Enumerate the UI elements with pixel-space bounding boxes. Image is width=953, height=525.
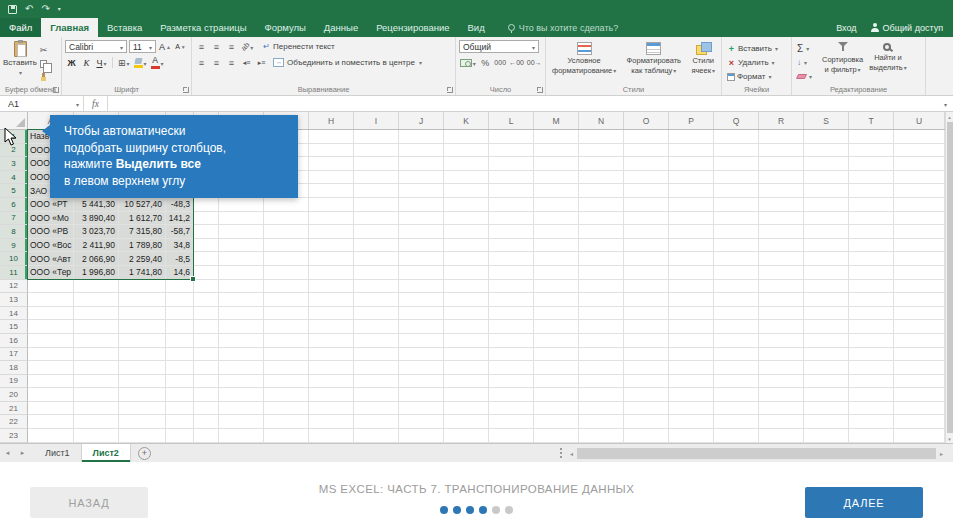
cell-N11[interactable] [579,266,624,280]
cell-E23[interactable] [194,429,219,443]
cell-I10[interactable] [354,252,399,266]
cell-O2[interactable] [624,144,669,158]
cell-P7[interactable] [669,212,714,226]
cell-O12[interactable] [624,280,669,294]
share-button[interactable]: Общий доступ [871,18,953,37]
cell-N19[interactable] [579,375,624,389]
cell-D19[interactable] [166,375,194,389]
cell-M18[interactable] [534,361,579,375]
cell-Q15[interactable] [714,320,759,334]
sheet-nav-left-icon[interactable]: ◂ [0,444,15,462]
cell-D22[interactable] [166,415,194,429]
cell-L2[interactable] [489,144,534,158]
cell-I3[interactable] [354,157,399,171]
column-header-S[interactable]: S [804,112,849,129]
cell-G18[interactable] [264,361,309,375]
cell-K1[interactable] [444,130,489,144]
cell-R10[interactable] [759,252,804,266]
cell-H1[interactable] [309,130,354,144]
cell-S3[interactable] [804,157,849,171]
sort-filter-button[interactable]: Сортировка и фильтр [819,39,866,83]
cell-U2[interactable] [894,144,945,158]
cell-N2[interactable] [579,144,624,158]
cell-P10[interactable] [669,252,714,266]
cell-R4[interactable] [759,171,804,185]
cell-H20[interactable] [309,388,354,402]
row-header-21[interactable]: 21 [0,402,28,416]
cell-P11[interactable] [669,266,714,280]
cell-M11[interactable] [534,266,579,280]
cell-L12[interactable] [489,280,534,294]
cell-B16[interactable] [74,334,119,348]
cell-K10[interactable] [444,252,489,266]
cell-D13[interactable] [166,293,194,307]
cell-A12[interactable] [28,280,74,294]
cell-F9[interactable] [219,239,264,253]
cell-I21[interactable] [354,402,399,416]
cell-K16[interactable] [444,334,489,348]
cell-P16[interactable] [669,334,714,348]
cell-H18[interactable] [309,361,354,375]
cell-J10[interactable] [399,252,444,266]
scroll-up-icon[interactable]: ▴ [948,112,951,121]
cell-C22[interactable] [119,415,166,429]
wrap-text-button[interactable]: ↵ Перенести текст [260,42,337,51]
cell-N18[interactable] [579,361,624,375]
cell-F18[interactable] [219,361,264,375]
cell-G20[interactable] [264,388,309,402]
cell-J21[interactable] [399,402,444,416]
cell-O11[interactable] [624,266,669,280]
cell-C8[interactable]: 7 315,80 [119,225,166,239]
cell-J2[interactable] [399,144,444,158]
cell-M17[interactable] [534,348,579,362]
cell-G15[interactable] [264,320,309,334]
cell-N8[interactable] [579,225,624,239]
cell-A6[interactable]: ООО «РТ [28,198,74,212]
cell-E20[interactable] [194,388,219,402]
cell-G14[interactable] [264,307,309,321]
cell-R12[interactable] [759,280,804,294]
cell-R23[interactable] [759,429,804,443]
cell-K9[interactable] [444,239,489,253]
cell-S16[interactable] [804,334,849,348]
cell-R3[interactable] [759,157,804,171]
cell-U7[interactable] [894,212,945,226]
save-icon[interactable] [8,5,17,14]
cell-P22[interactable] [669,415,714,429]
cell-O19[interactable] [624,375,669,389]
number-dialog-launcher-icon[interactable] [537,87,543,93]
h-scroll-track[interactable] [575,448,938,459]
cell-N4[interactable] [579,171,624,185]
cell-J19[interactable] [399,375,444,389]
cell-O10[interactable] [624,252,669,266]
cell-P9[interactable] [669,239,714,253]
row-header-5[interactable]: 5 [0,184,28,198]
cell-D18[interactable] [166,361,194,375]
underline-button[interactable]: Ч [95,56,108,69]
cell-T1[interactable] [849,130,894,144]
column-header-P[interactable]: P [669,112,714,129]
clear-button[interactable] [795,70,819,83]
cell-styles-button[interactable]: Стили ячеек [688,39,718,76]
clipboard-dialog-launcher-icon[interactable] [53,87,59,93]
cell-T4[interactable] [849,171,894,185]
cell-I6[interactable] [354,198,399,212]
cell-A18[interactable] [28,361,74,375]
cell-U1[interactable] [894,130,945,144]
cell-H9[interactable] [309,239,354,253]
cell-P21[interactable] [669,402,714,416]
cell-L22[interactable] [489,415,534,429]
cell-K14[interactable] [444,307,489,321]
cell-B7[interactable]: 3 890,40 [74,212,119,226]
column-header-J[interactable]: J [399,112,444,129]
cell-M23[interactable] [534,429,579,443]
cell-A8[interactable]: ООО «РВ [28,225,74,239]
ribbon-tab-view[interactable]: Вид [459,18,494,37]
cell-L7[interactable] [489,212,534,226]
ribbon-tab-data[interactable]: Данные [315,18,367,37]
cell-M4[interactable] [534,171,579,185]
cell-S15[interactable] [804,320,849,334]
row-header-22[interactable]: 22 [0,415,28,429]
cell-S23[interactable] [804,429,849,443]
cell-K17[interactable] [444,348,489,362]
